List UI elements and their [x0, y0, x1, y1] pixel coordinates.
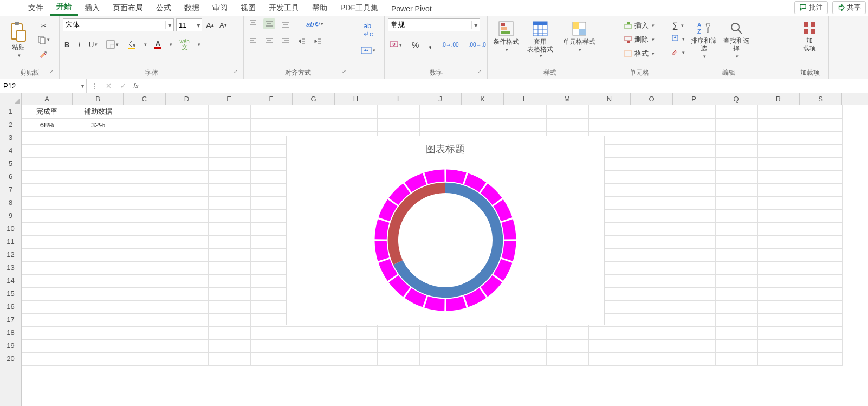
tab-data[interactable]: 数据 [178, 0, 206, 16]
cell-E3[interactable] [208, 131, 250, 144]
cell-P15[interactable] [673, 287, 715, 300]
row-header-18[interactable]: 18 [0, 326, 21, 339]
cell-B9[interactable] [73, 209, 124, 222]
cell-K2[interactable] [462, 118, 504, 131]
cell-M20[interactable] [546, 352, 588, 365]
cell-C3[interactable] [124, 131, 166, 144]
cell-P5[interactable] [673, 157, 715, 170]
phonetic-button[interactable]: wén 文 [178, 38, 191, 51]
cell-O5[interactable] [631, 157, 673, 170]
cell-C11[interactable] [124, 235, 166, 248]
currency-button[interactable]: ▾ [388, 38, 404, 51]
cell-Q7[interactable] [715, 183, 757, 196]
cell-R18[interactable] [757, 326, 800, 339]
cell-S11[interactable] [800, 235, 842, 248]
cell-C12[interactable] [124, 248, 166, 261]
cell-G20[interactable] [293, 352, 335, 365]
col-header-E[interactable]: E [208, 93, 250, 105]
cell-R17[interactable] [757, 313, 800, 326]
cell-O7[interactable] [631, 183, 673, 196]
cell-Q15[interactable] [715, 287, 757, 300]
cell-A16[interactable] [22, 300, 73, 313]
col-header-P[interactable]: P [673, 93, 715, 105]
cell-I1[interactable] [377, 105, 419, 118]
cell-O13[interactable] [631, 261, 673, 274]
cell-I2[interactable] [377, 118, 419, 131]
row-header-20[interactable]: 20 [0, 352, 21, 365]
dialog-launcher-icon[interactable]: ⤢ [476, 68, 483, 75]
row-header-5[interactable]: 5 [0, 157, 21, 170]
cell-M18[interactable] [546, 326, 588, 339]
autosum-button[interactable]: ∑▾ [670, 20, 686, 31]
cell-S1[interactable] [800, 105, 842, 118]
cell-O6[interactable] [631, 170, 673, 183]
cell-A8[interactable] [22, 196, 73, 209]
cell-E8[interactable] [208, 196, 250, 209]
cell-R3[interactable] [757, 131, 800, 144]
cell-P2[interactable] [673, 118, 715, 131]
outer-segment[interactable] [375, 241, 390, 261]
cell-P1[interactable] [673, 105, 715, 118]
col-header-R[interactable]: R [757, 93, 800, 105]
cell-S4[interactable] [800, 144, 842, 157]
cell-C6[interactable] [124, 170, 166, 183]
cell-R20[interactable] [757, 352, 800, 365]
clear-button[interactable]: ▾ [670, 47, 686, 58]
cell-E13[interactable] [208, 261, 250, 274]
cell-B11[interactable] [73, 235, 124, 248]
fill-color-button[interactable] [126, 39, 138, 50]
cell-Q14[interactable] [715, 274, 757, 287]
cell-O3[interactable] [631, 131, 673, 144]
cell-D8[interactable] [166, 196, 208, 209]
cell-H1[interactable] [335, 105, 377, 118]
cell-R7[interactable] [757, 183, 800, 196]
cell-R4[interactable] [757, 144, 800, 157]
cell-Q3[interactable] [715, 131, 757, 144]
cell-Q10[interactable] [715, 222, 757, 235]
cell-R10[interactable] [757, 222, 800, 235]
cell-C9[interactable] [124, 209, 166, 222]
format-as-table-button[interactable]: 套用 表格格式▾ [521, 18, 559, 61]
cell-B12[interactable] [73, 248, 124, 261]
cell-B2[interactable]: 32% [73, 118, 124, 131]
cell-C4[interactable] [124, 144, 166, 157]
cancel-formula-button[interactable]: ✕ [104, 81, 113, 91]
font-name-input[interactable] [63, 21, 165, 29]
col-header-Q[interactable]: Q [715, 93, 757, 105]
cell-C13[interactable] [124, 261, 166, 274]
chart-title[interactable]: 图表标题 [426, 143, 465, 156]
cell-R12[interactable] [757, 248, 800, 261]
cell-C15[interactable] [124, 287, 166, 300]
cell-O4[interactable] [631, 144, 673, 157]
cell-K19[interactable] [462, 339, 504, 352]
cell-D9[interactable] [166, 209, 208, 222]
cell-C7[interactable] [124, 183, 166, 196]
cell-G19[interactable] [293, 339, 335, 352]
outer-segment[interactable] [446, 296, 466, 311]
cell-B14[interactable] [73, 274, 124, 287]
chevron-down-icon[interactable]: ▾ [81, 83, 84, 89]
tab-devtools[interactable]: 开发工具 [262, 0, 306, 16]
cell-S18[interactable] [800, 326, 842, 339]
cell-H18[interactable] [335, 326, 377, 339]
cell-S9[interactable] [800, 209, 842, 222]
cut-button[interactable]: ✂ [39, 21, 48, 31]
cell-S7[interactable] [800, 183, 842, 196]
increase-decimal-button[interactable]: .0→.00 [439, 41, 460, 49]
cell-R8[interactable] [757, 196, 800, 209]
cell-S6[interactable] [800, 170, 842, 183]
cell-S12[interactable] [800, 248, 842, 261]
cell-D14[interactable] [166, 274, 208, 287]
underline-button[interactable]: U▾ [87, 40, 99, 50]
cell-D6[interactable] [166, 170, 208, 183]
cell-C2[interactable] [124, 118, 166, 131]
number-format-combo[interactable]: ▾ [388, 18, 480, 31]
cell-B6[interactable] [73, 170, 124, 183]
chevron-down-icon[interactable]: ▾ [471, 21, 480, 29]
outer-segment[interactable] [501, 241, 516, 261]
cell-C20[interactable] [124, 352, 166, 365]
cell-A7[interactable] [22, 183, 73, 196]
cell-D15[interactable] [166, 287, 208, 300]
cell-P19[interactable] [673, 339, 715, 352]
cell-R19[interactable] [757, 339, 800, 352]
